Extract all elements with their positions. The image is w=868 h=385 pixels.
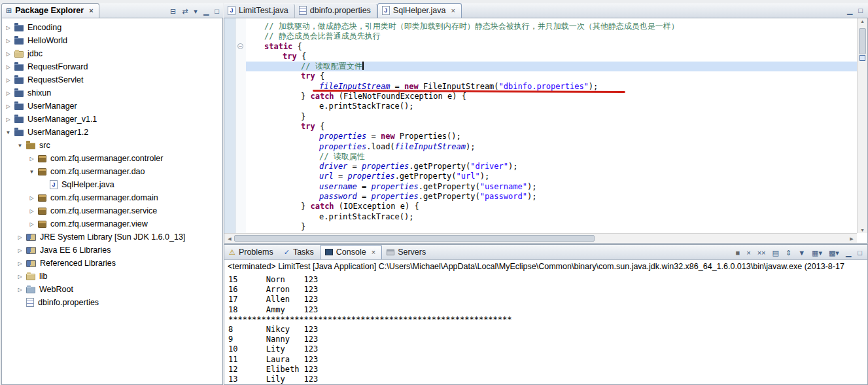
code-line[interactable]: try { [246, 71, 857, 81]
code-line[interactable]: username = properties.getProperty("usern… [246, 182, 857, 192]
tree-item-lib[interactable]: ▷lib [2, 270, 222, 283]
expand-arrow-icon[interactable]: ▷ [5, 51, 12, 57]
code-line[interactable]: // 读取配置文件 [246, 62, 857, 71]
expand-arrow-icon[interactable]: ▷ [28, 208, 35, 214]
expand-arrow-icon[interactable]: ▷ [5, 117, 12, 122]
maximize-icon[interactable]: □ [858, 7, 863, 14]
tree-item-shixun[interactable]: ▷shixun [2, 86, 222, 100]
code-line[interactable]: properties = new Properties(); [246, 132, 857, 141]
tree-item-java-ee-6-libraries[interactable]: ▷Java EE 6 Libraries [2, 244, 222, 257]
expand-arrow-icon[interactable]: ▷ [16, 248, 24, 253]
tree-item-sqlhelper-java[interactable]: JSqlHelper.java [2, 178, 222, 191]
annotation-ruler[interactable] [224, 18, 235, 233]
tree-item-webroot[interactable]: ▷WebRoot [2, 283, 222, 296]
code-line[interactable]: } catch (FileNotFoundException e) { [246, 92, 857, 101]
tree-item-com-zfq-usermanager-view[interactable]: ▷com.zfq.usermanager.view [2, 217, 222, 230]
minimize-icon[interactable]: ▁ [203, 7, 209, 15]
folding-ruler[interactable]: − [235, 18, 246, 233]
collapse-arrow-icon[interactable]: ▼ [28, 169, 35, 175]
maximize-icon[interactable]: □ [858, 249, 862, 257]
remove-all-launches-icon[interactable]: ×× [757, 249, 766, 257]
terminate-icon[interactable]: ■ [736, 249, 740, 257]
code-line[interactable]: } [246, 222, 857, 232]
close-tab-icon[interactable]: × [372, 248, 375, 256]
code-line[interactable]: static { [246, 42, 857, 52]
editor-horizontal-scrollbar[interactable]: ◀ ▶ [224, 233, 857, 243]
close-tab-icon[interactable]: × [451, 7, 455, 14]
tree-item-dbinfo-properties[interactable]: dbinfo.properties [2, 296, 222, 309]
link-with-editor-icon[interactable]: ⇄ [182, 7, 188, 15]
console-tab-console[interactable]: Console× [320, 245, 382, 259]
horizontal-scroll-thumb[interactable] [234, 235, 595, 242]
tree-item-usermanager-v1-1[interactable]: ▷UserManager_v1.1 [2, 113, 222, 126]
expand-arrow-icon[interactable]: ▷ [5, 38, 12, 44]
code-line[interactable]: e.printStackTrace(); [246, 212, 857, 222]
tree-item-jdbc[interactable]: ▷jdbc [2, 47, 222, 60]
remove-launch-icon[interactable]: × [746, 249, 750, 257]
tree-item-src[interactable]: ▼src [2, 139, 222, 152]
expand-arrow-icon[interactable]: ▷ [5, 25, 12, 31]
code-line[interactable]: e.printStackTrace(); [246, 101, 857, 111]
scroll-right-icon[interactable]: ▶ [847, 234, 856, 243]
code-line[interactable]: } [246, 112, 857, 122]
display-selected-console-icon[interactable]: ▦▾ [812, 249, 822, 257]
code-line[interactable]: try { [246, 122, 857, 132]
tree-item-encoding[interactable]: ▷Encoding [2, 21, 222, 34]
expand-arrow-icon[interactable]: ▷ [28, 156, 35, 162]
close-view-icon[interactable]: × [89, 7, 93, 14]
tree-item-usermanager1-2[interactable]: ▼UserManager1.2 [2, 126, 222, 139]
collapse-all-icon[interactable]: ⊟ [170, 7, 176, 15]
expand-arrow-icon[interactable]: ▷ [5, 90, 12, 96]
tree-item-requestservlet[interactable]: ▷RequestServlet [2, 73, 222, 86]
expand-arrow-icon[interactable]: ▷ [16, 261, 24, 266]
tree-item-com-zfq-usermanager-controler[interactable]: ▷com.zfq.usermanager.controler [2, 152, 222, 165]
code-line[interactable]: url = properties.getProperty("url"); [246, 172, 857, 181]
editor-tab-limittest-java[interactable]: JLimitTest.java [224, 4, 295, 18]
package-explorer-view-tab[interactable]: ⊞ Package Explorer × [1, 3, 99, 18]
expand-arrow-icon[interactable]: ▷ [5, 103, 12, 109]
code-line[interactable]: // 静态成员会比普通成员先执行 [246, 31, 857, 41]
editor-vertical-scrollbar[interactable]: ▲ ▼ [857, 18, 867, 233]
overview-ruler-marker[interactable] [859, 55, 865, 61]
code-line[interactable]: // 加载驱动，做成静态块，引用类时（即类加载到内存时）静态块会被执行，并只加载… [246, 22, 857, 31]
tree-item-com-zfq-usermanager-service[interactable]: ▷com.zfq.usermanager.service [2, 204, 222, 217]
editor-tab-sqlhelper-java[interactable]: JSqlHelper.java× [377, 3, 462, 18]
expand-arrow-icon[interactable]: ▷ [5, 77, 12, 83]
tree-item-referenced-libraries[interactable]: ▷Referenced Libraries [2, 257, 222, 270]
expand-arrow-icon[interactable]: ▷ [5, 64, 12, 70]
maximize-icon[interactable]: □ [215, 7, 219, 15]
code-editor[interactable]: − // 加载驱动，做成静态块，引用类时（即类加载到内存时）静态块会被执行，并只… [224, 18, 868, 244]
code-line[interactable]: } catch (IOException e) { [246, 202, 857, 211]
expand-arrow-icon[interactable]: ▷ [16, 287, 24, 293]
expand-arrow-icon[interactable]: ▷ [28, 221, 35, 227]
console-output[interactable]: 15 Norn 123 16 Arron 123 17 Allen 123 18… [224, 273, 867, 384]
code-line[interactable]: // 读取属性 [246, 152, 857, 162]
expand-arrow-icon[interactable]: ▷ [28, 195, 35, 201]
pin-console-icon[interactable]: ▼ [798, 249, 805, 257]
tree-item-jre-system-library-sun-jdk-1-6-0-13[interactable]: ▷JRE System Library [Sun JDK 1.6.0_13] [2, 230, 222, 244]
vertical-scroll-thumb[interactable] [859, 28, 866, 54]
scroll-left-icon[interactable]: ◀ [225, 234, 234, 243]
code-line[interactable]: try { [246, 52, 857, 62]
tree-item-com-zfq-usermanager-domain[interactable]: ▷com.zfq.usermanager.domain [2, 191, 222, 204]
clear-console-icon[interactable]: ▤ [773, 249, 779, 257]
expand-arrow-icon[interactable]: ▷ [16, 274, 24, 280]
tree-item-helloworld[interactable]: ▷HelloWorld [2, 34, 222, 47]
code-line[interactable]: password = properties.getProperty("passw… [246, 192, 857, 202]
tree-item-requestforward[interactable]: ▷RequestForward [2, 60, 222, 73]
code-line[interactable]: fileInputStream = new FileInputStream("d… [246, 82, 857, 92]
console-tab-problems[interactable]: ⚠Problems [224, 246, 279, 259]
code-area[interactable]: // 加载驱动，做成静态块，引用类时（即类加载到内存时）静态块会被执行，并只加载… [246, 18, 857, 233]
minimize-icon[interactable]: ▁ [847, 7, 852, 14]
view-menu-icon[interactable]: ▾ [194, 7, 198, 15]
scroll-up-icon[interactable]: ▲ [858, 19, 867, 24]
open-console-icon[interactable]: ▩▾ [829, 249, 839, 257]
console-tab-tasks[interactable]: ✓Tasks [279, 246, 320, 259]
tree-item-com-zfq-usermanager-dao[interactable]: ▼com.zfq.usermanager.dao [2, 165, 222, 178]
code-line[interactable]: properties.load(fileInputStream); [246, 142, 857, 152]
scroll-down-icon[interactable]: ▼ [858, 228, 867, 232]
tree-item-usermanager[interactable]: ▷UserManager [2, 100, 222, 113]
collapse-arrow-icon[interactable]: ▼ [16, 143, 24, 149]
expand-arrow-icon[interactable]: ▷ [16, 234, 24, 240]
fold-collapse-icon[interactable]: − [237, 43, 243, 49]
